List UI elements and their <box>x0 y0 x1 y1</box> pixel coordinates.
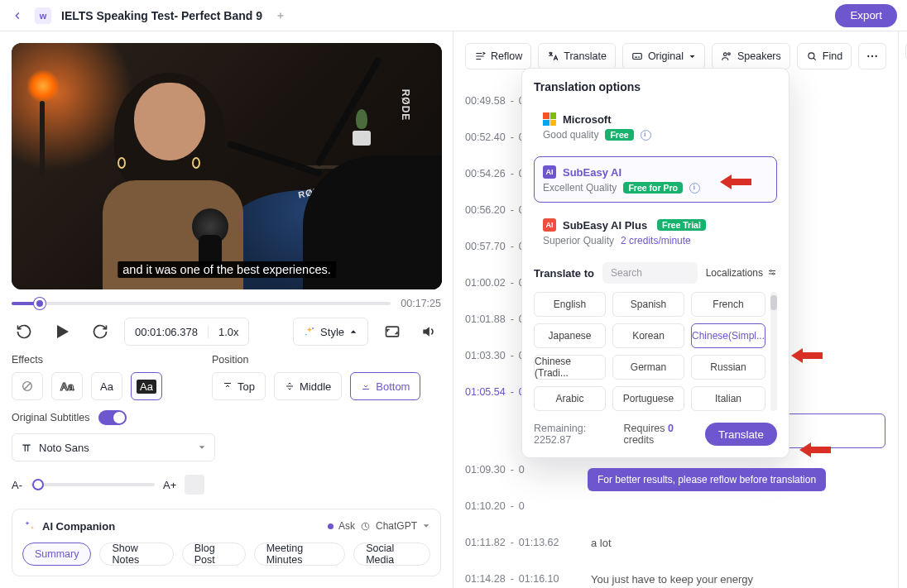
subtitle-text[interactable]: a lot <box>591 537 612 549</box>
companion-chip-social-media[interactable]: Social Media <box>353 543 430 566</box>
svg-marker-33 <box>799 442 811 457</box>
timestamp[interactable]: 01:11.82-01:13.62 <box>465 537 583 548</box>
ai-companion-panel: AI Companion Ask ChatGPT SummaryShow Not… <box>12 509 441 576</box>
speakers-button[interactable]: Speakers <box>712 43 790 69</box>
language-option[interactable]: German <box>612 355 684 380</box>
language-option[interactable]: Portuguese <box>612 386 684 411</box>
credits-rate: 2 credits/minute <box>621 235 691 246</box>
ellipsis-icon <box>866 50 879 63</box>
font-size-slider[interactable] <box>31 483 155 486</box>
free-badge: Free <box>605 129 633 141</box>
effects-label: Effects <box>12 354 162 366</box>
language-option[interactable]: Chinese (Tradi... <box>534 355 606 380</box>
microsoft-icon <box>543 112 556 126</box>
info-icon[interactable] <box>641 130 651 141</box>
export-button[interactable]: Export <box>835 4 897 27</box>
font-size-increase: A+ <box>163 479 176 491</box>
effect-plain[interactable]: Aa <box>91 372 122 400</box>
info-icon[interactable] <box>689 183 700 194</box>
language-option[interactable]: French <box>691 292 765 317</box>
add-tab-button[interactable] <box>272 7 289 24</box>
fullscreen-button[interactable] <box>380 319 405 344</box>
language-option[interactable]: English <box>534 292 606 317</box>
translate-icon <box>547 50 559 62</box>
video-player[interactable]: RØDE RØDE and it was one of the best exp… <box>12 43 442 289</box>
speakers-icon <box>721 50 732 62</box>
timestamp[interactable]: 01:09.30-0 <box>465 464 583 476</box>
chevron-down-icon <box>689 53 696 60</box>
engine-label: ChatGPT <box>376 520 417 532</box>
video-duration: 00:17:25 <box>401 298 441 309</box>
back-button[interactable] <box>10 8 25 23</box>
translation-option-subeasy-ai-plus[interactable]: AI SubEasy AI Plus Free Trial Superior Q… <box>534 209 777 256</box>
timestamp[interactable]: 01:10.20-0 <box>465 500 583 512</box>
svg-marker-5 <box>351 330 357 332</box>
subtitle-text[interactable]: You just have to keep your energy <box>591 573 753 586</box>
more-button[interactable] <box>858 43 886 69</box>
companion-chip-show-notes[interactable]: Show Notes <box>99 543 173 566</box>
timecode-box[interactable]: 00:01:06.378 1.0x <box>124 318 249 346</box>
language-option[interactable]: Japanese <box>534 323 606 348</box>
annotation-arrow-icon <box>798 438 833 461</box>
video-caption: and it was one of the best experiences. <box>118 261 336 278</box>
forward-button[interactable] <box>88 319 113 344</box>
language-search-input[interactable]: Search <box>602 262 698 284</box>
svg-point-21 <box>809 53 814 59</box>
translation-option-microsoft[interactable]: Microsoft Good quality Free <box>534 103 777 150</box>
sparkle-icon <box>304 326 315 337</box>
page-title: IELTS Speaking Test- Perfect Band 9 <box>61 9 262 22</box>
find-button[interactable]: Find <box>797 43 852 69</box>
language-option[interactable]: Spanish <box>612 292 684 317</box>
search-icon <box>806 50 818 62</box>
rewind-button[interactable] <box>12 319 36 344</box>
effect-outline[interactable]: Aa <box>51 372 83 400</box>
position-top[interactable]: Top <box>212 372 266 400</box>
svg-marker-14 <box>424 524 430 527</box>
font-icon <box>21 442 32 453</box>
svg-marker-2 <box>57 325 69 338</box>
play-button[interactable] <box>48 318 76 346</box>
reflow-tip-tooltip: For better results, please reflow before… <box>588 468 826 491</box>
translation-options-popover: Translation options Microsoft Good quali… <box>521 68 789 458</box>
svg-rect-15 <box>633 54 642 60</box>
chevron-down-icon <box>198 443 206 452</box>
companion-chip-blog-post[interactable]: Blog Post <box>182 543 246 566</box>
chevron-down-icon[interactable] <box>422 522 430 530</box>
language-scrollbar[interactable] <box>770 292 777 411</box>
language-option[interactable]: Russian <box>691 355 765 380</box>
translate-action-button[interactable]: Translate <box>705 423 777 446</box>
companion-chip-meeting-minutes[interactable]: Meeting Minutes <box>254 543 346 566</box>
style-button[interactable]: Style <box>293 318 368 346</box>
volume-button[interactable] <box>416 319 441 344</box>
companion-chip-summary[interactable]: Summary <box>22 543 91 566</box>
timestamp[interactable]: 01:14.28-01:16.10 <box>465 573 583 585</box>
sliders-icon <box>767 268 777 278</box>
svg-marker-18 <box>689 55 694 58</box>
remaining-label: Remaining: 2252.87 <box>534 423 617 446</box>
effect-highlight[interactable]: Aa <box>131 372 162 400</box>
reflow-button[interactable]: Reflow <box>465 43 531 69</box>
align-top-icon <box>223 381 233 391</box>
svg-point-29 <box>770 270 772 272</box>
mic-brand-label: RØDE <box>401 89 412 122</box>
font-size-preview <box>185 475 204 495</box>
localizations-button[interactable]: Localizations <box>706 267 777 279</box>
app-logo: w <box>35 7 51 24</box>
position-middle[interactable]: Middle <box>274 372 342 400</box>
language-option[interactable]: Chinese(Simpl... <box>691 323 765 348</box>
effect-none[interactable] <box>12 372 43 400</box>
align-bottom-icon <box>361 381 371 391</box>
original-subtitles-toggle[interactable] <box>98 410 127 425</box>
playback-speed[interactable]: 1.0x <box>209 326 249 338</box>
language-option[interactable]: Korean <box>612 323 684 348</box>
font-select[interactable]: Noto Sans <box>12 433 215 461</box>
language-option[interactable]: Arabic <box>534 386 606 411</box>
chevron-up-icon <box>349 327 358 336</box>
position-bottom[interactable]: Bottom <box>350 372 420 400</box>
language-option[interactable]: Italian <box>691 386 765 411</box>
original-dropdown[interactable]: Original <box>622 43 705 69</box>
video-progress-bar[interactable] <box>12 302 391 305</box>
svg-point-20 <box>728 53 731 55</box>
font-size-decrease: A- <box>12 479 22 491</box>
translate-button[interactable]: Translate <box>538 43 616 69</box>
